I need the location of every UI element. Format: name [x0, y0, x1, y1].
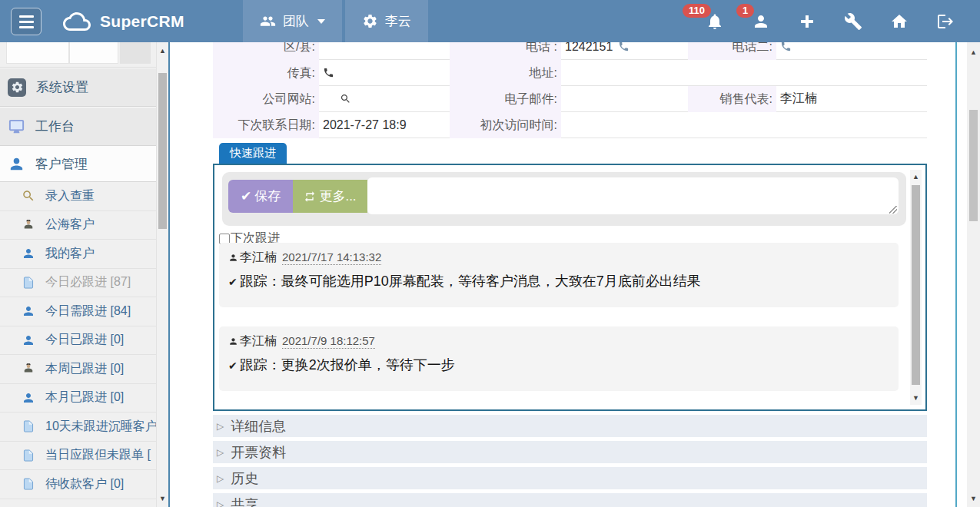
email-field[interactable] [561, 86, 688, 112]
clipped-button[interactable] [6, 42, 69, 64]
sidebar-item-due-not-followed[interactable]: 当日应跟但未跟单 [ [0, 442, 156, 471]
plus-icon [798, 12, 816, 31]
save-button[interactable]: ✔保存 [228, 180, 293, 213]
record-content: 跟踪：最终可能选用P10屏幕配装，等待客户消息，大致在7月底前必出结果 [240, 272, 701, 290]
scrollbar-thumb[interactable] [912, 185, 920, 385]
scrollbar-thumb[interactable] [969, 110, 978, 221]
scroll-down-icon[interactable]: ▼ [157, 495, 168, 502]
phone-value: 1242151 [565, 42, 613, 54]
brand[interactable]: SuperCRM [55, 0, 184, 42]
sidebar-item-label: 系统设置 [36, 78, 88, 96]
document-icon [22, 276, 35, 290]
main-content: 区/县: 电话 : 1242151 电话二: 传真: 地址: 公司网站: 电子邮… [170, 42, 955, 507]
sidebar-item-customer-management[interactable]: 客户管理 [0, 146, 156, 182]
navbar-actions: 110 1 [706, 0, 955, 42]
sidebar-item-followed-this-week[interactable]: 本周已跟进 [0] [0, 355, 156, 384]
record-author: 李江楠 [240, 250, 277, 266]
more-button[interactable]: 更多... [293, 180, 367, 213]
logout-button[interactable] [936, 12, 955, 31]
scroll-down-icon[interactable]: ▼ [910, 394, 922, 402]
fax-field[interactable] [319, 60, 450, 86]
sales-rep-value: 李江楠 [776, 86, 927, 112]
team-label: 团队 [283, 12, 309, 30]
next-contact-value[interactable]: 2021-7-27 18:9 [319, 112, 450, 138]
section-share[interactable]: ▷ 共享 [213, 493, 927, 507]
clipped-button[interactable] [120, 42, 151, 64]
sidebar-item-followed-this-month[interactable]: 本月已跟进 [0] [0, 384, 156, 413]
scroll-up-icon[interactable]: ▲ [967, 48, 980, 56]
sidebar-item-label: 录入查重 [45, 188, 95, 204]
save-label: 保存 [254, 187, 281, 205]
section-invoice-info[interactable]: ▷ 开票资料 [213, 441, 927, 463]
document-icon [22, 449, 35, 462]
check-icon: ✔ [228, 360, 238, 372]
cloud-logo-icon [55, 8, 98, 35]
chevron-right-icon: ▷ [217, 473, 224, 484]
search-icon[interactable] [340, 93, 351, 104]
phone2-field[interactable] [776, 42, 927, 60]
tools-button[interactable] [844, 12, 862, 31]
resize-grip-icon[interactable] [889, 206, 897, 214]
gear-icon [362, 13, 378, 29]
phone-icon[interactable] [618, 42, 630, 52]
sidebar-item-label: 今日需跟进 [84] [45, 303, 131, 320]
sidebar-item-label: 当日应跟但未跟单 [ [45, 447, 151, 463]
quick-follow-panel: ✔保存 更多... 下次跟进 李江楠 2021/7/17 14:13:32 ✔ … [213, 164, 927, 411]
scroll-up-icon[interactable]: ▲ [910, 173, 922, 181]
first-visit-field[interactable] [561, 112, 927, 138]
sidebar-divider [168, 42, 170, 507]
sidebar-item-must-follow-today[interactable]: 今日必跟进 [87] [0, 269, 156, 298]
record-date[interactable]: 2021/7/9 18:12:57 [282, 334, 375, 349]
phone-field[interactable]: 1242151 [561, 42, 688, 60]
sidebar-item-followed-today[interactable]: 今日已跟进 [0] [0, 326, 156, 356]
top-navbar: SuperCRM 团队 李云 110 1 [0, 0, 980, 42]
person-icon [22, 333, 35, 347]
phone-icon[interactable] [323, 67, 334, 78]
add-button[interactable] [798, 12, 816, 31]
phone-icon[interactable] [780, 42, 792, 52]
district-field[interactable] [319, 42, 450, 60]
sidebar-item-system-settings[interactable]: 系统设置 [0, 68, 156, 107]
notifications-button[interactable]: 110 [706, 12, 724, 31]
sidebar-item-label: 我的客户 [45, 246, 95, 262]
home-button[interactable] [890, 12, 909, 31]
nav-item-current-user[interactable]: 李云 [345, 0, 428, 42]
sidebar-item-need-follow-today[interactable]: 今日需跟进 [84] [0, 297, 156, 326]
district-label: 区/县: [213, 42, 319, 60]
website-label: 公司网站: [213, 86, 319, 112]
sidebar-item-partial[interactable] [0, 499, 156, 507]
sidebar-item-public-customers[interactable]: 公海客户 [0, 211, 156, 240]
sidebar-item-label: 本月已跟进 [0] [45, 389, 124, 406]
clipped-button[interactable] [69, 42, 118, 64]
page-scrollbar[interactable]: ▲ ▼ [967, 42, 980, 507]
record-content: 跟踪：更换2次报价单，等待下一步 [240, 356, 455, 374]
section-details[interactable]: ▷ 详细信息 [213, 415, 927, 437]
person-icon [8, 155, 25, 173]
user-alerts-button[interactable]: 1 [752, 12, 770, 31]
website-field[interactable] [319, 86, 450, 112]
more-label: 更多... [319, 187, 356, 205]
sidebar-clipped-toolbar [0, 42, 168, 68]
tab-quick-follow[interactable]: 快速跟进 [219, 143, 287, 164]
sidebar-item-pending-payment[interactable]: 待收款客户 [0] [0, 470, 156, 499]
follow-note-input[interactable] [367, 177, 899, 214]
record-date[interactable]: 2021/7/17 14:13:32 [282, 250, 381, 265]
scroll-down-icon[interactable]: ▼ [967, 495, 980, 502]
user-alerts-badge: 1 [736, 4, 754, 18]
address-field[interactable] [561, 60, 927, 86]
panel-scrollbar[interactable]: ▲ ▼ [910, 170, 922, 405]
scroll-up-icon[interactable]: ▲ [157, 47, 168, 55]
section-history[interactable]: ▷ 历史 [213, 467, 927, 489]
check-icon: ✔ [228, 276, 238, 288]
sidebar-scrollbar[interactable]: ▲ ▼ [156, 42, 168, 507]
sidebar-item-my-customers[interactable]: 我的客户 [0, 240, 156, 269]
scrollbar-thumb[interactable] [158, 73, 167, 229]
menu-toggle-button[interactable] [11, 8, 42, 35]
nav-item-team[interactable]: 团队 [243, 0, 342, 42]
brand-name: SuperCRM [100, 12, 184, 31]
follow-toolbar: ✔保存 更多... [222, 172, 906, 226]
sidebar-item-workbench[interactable]: 工作台 [0, 107, 156, 146]
person-suit-icon [22, 362, 35, 376]
sidebar-item-dedupe-check[interactable]: 录入查重 [0, 182, 156, 211]
sidebar-item-dormant-10-days[interactable]: 10天未跟进沉睡客户 [0, 413, 156, 442]
